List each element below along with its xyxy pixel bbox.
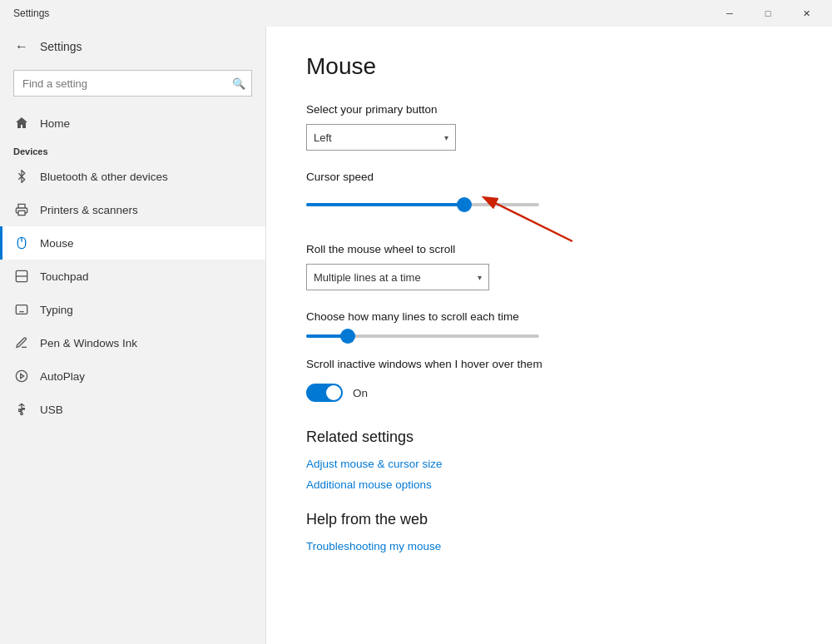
cursor-speed-thumb[interactable] [457, 197, 472, 212]
scroll-inactive-toggle-row: On [306, 384, 792, 402]
scroll-inactive-section: Scroll inactive windows when I hover ove… [306, 358, 792, 402]
usb-icon [13, 401, 30, 418]
sidebar-item-printers[interactable]: Printers & scanners [0, 193, 265, 226]
app-body: ← Settings 🔍 Home Devices Bluetooth & ot… [0, 27, 832, 644]
sidebar-item-pen-label: Pen & Windows Ink [40, 337, 137, 349]
sidebar-item-home[interactable]: Home [0, 107, 265, 140]
svg-rect-0 [18, 211, 25, 215]
roll-section: Roll the mouse wheel to scroll Multiple … [306, 243, 792, 290]
page-title: Mouse [306, 53, 792, 80]
roll-dropdown[interactable]: Multiple lines at a time ▾ [306, 264, 489, 290]
back-button[interactable]: ← [10, 35, 33, 58]
svg-rect-5 [16, 305, 27, 315]
sidebar: ← Settings 🔍 Home Devices Bluetooth & ot… [0, 27, 266, 644]
primary-button-label: Select your primary button [306, 103, 792, 116]
touchpad-icon [13, 268, 30, 285]
sidebar-item-bluetooth[interactable]: Bluetooth & other devices [0, 160, 265, 193]
primary-button-value: Left [314, 131, 332, 144]
sidebar-item-typing-label: Typing [40, 304, 73, 316]
maximize-button[interactable]: □ [749, 0, 787, 27]
cursor-speed-label: Cursor speed [306, 171, 792, 183]
sidebar-header: ← Settings [0, 27, 265, 67]
cursor-speed-fill [306, 203, 464, 206]
help-heading: Help from the web [306, 511, 792, 528]
cursor-speed-arrow-annotation [406, 183, 622, 250]
sidebar-item-mouse-label: Mouse [40, 237, 74, 250]
cursor-speed-track[interactable] [306, 203, 539, 206]
svg-point-6 [16, 370, 27, 381]
sidebar-item-autoplay[interactable]: AutoPlay [0, 359, 265, 393]
troubleshooting-link[interactable]: Troubleshooting my mouse [306, 540, 792, 552]
search-icon: 🔍 [232, 77, 245, 90]
lines-scroll-track[interactable] [306, 334, 539, 338]
roll-value: Multiple lines at a time [314, 271, 421, 284]
additional-mouse-link[interactable]: Additional mouse options [306, 478, 792, 491]
cursor-speed-section: Cursor speed [306, 171, 792, 210]
primary-button-section: Select your primary button Left ▾ [306, 103, 792, 151]
home-icon [13, 115, 30, 131]
related-settings-heading: Related settings [306, 429, 792, 446]
search-box: 🔍 [13, 70, 252, 97]
sidebar-item-touchpad-label: Touchpad [40, 270, 89, 283]
sidebar-item-printers-label: Printers & scanners [40, 204, 138, 216]
svg-marker-7 [21, 374, 24, 378]
adjust-mouse-link[interactable]: Adjust mouse & cursor size [306, 458, 792, 470]
related-settings-section: Related settings Adjust mouse & cursor s… [306, 429, 792, 491]
sidebar-item-autoplay-label: AutoPlay [40, 370, 85, 383]
roll-label: Roll the mouse wheel to scroll [306, 243, 792, 255]
titlebar: Settings ─ □ ✕ [0, 0, 832, 27]
sidebar-item-touchpad[interactable]: Touchpad [0, 260, 265, 293]
bluetooth-icon [13, 168, 30, 185]
toggle-knob [326, 385, 341, 400]
printer-icon [13, 201, 30, 218]
sidebar-settings-title: Settings [40, 40, 82, 53]
typing-icon [13, 301, 30, 318]
sidebar-item-typing[interactable]: Typing [0, 293, 265, 326]
search-input[interactable] [13, 70, 252, 97]
autoplay-icon [13, 368, 30, 384]
titlebar-controls: ─ □ ✕ [711, 0, 825, 27]
lines-scroll-section: Choose how many lines to scroll each tim… [306, 310, 792, 338]
sidebar-item-usb[interactable]: USB [0, 393, 265, 426]
help-section: Help from the web Troubleshooting my mou… [306, 511, 792, 552]
primary-button-dropdown[interactable]: Left ▾ [306, 124, 456, 151]
minimize-button[interactable]: ─ [711, 0, 749, 27]
titlebar-title: Settings [13, 7, 711, 19]
primary-button-arrow: ▾ [444, 133, 448, 142]
sidebar-section-label: Devices [0, 140, 265, 160]
roll-dropdown-arrow: ▾ [478, 273, 482, 282]
sidebar-item-pen[interactable]: Pen & Windows Ink [0, 326, 265, 359]
scroll-inactive-label: Scroll inactive windows when I hover ove… [306, 358, 792, 370]
pen-icon [13, 334, 30, 351]
mouse-icon [13, 235, 30, 251]
sidebar-item-bluetooth-label: Bluetooth & other devices [40, 171, 168, 183]
lines-scroll-thumb[interactable] [340, 329, 355, 344]
sidebar-item-mouse[interactable]: Mouse [0, 226, 265, 260]
main-content: Mouse Select your primary button Left ▾ … [266, 27, 832, 644]
toggle-state-label: On [353, 387, 368, 399]
lines-scroll-label: Choose how many lines to scroll each tim… [306, 310, 792, 323]
scroll-inactive-toggle[interactable] [306, 384, 343, 402]
sidebar-item-usb-label: USB [40, 404, 63, 416]
svg-point-8 [21, 413, 23, 415]
sidebar-item-home-label: Home [40, 117, 70, 130]
close-button[interactable]: ✕ [787, 0, 825, 27]
